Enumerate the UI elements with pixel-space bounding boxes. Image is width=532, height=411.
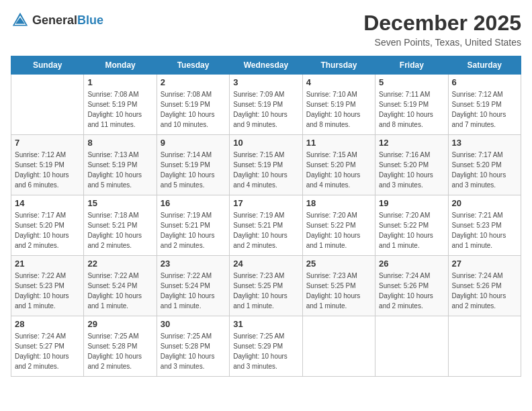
month-title: December 2025 (363, 11, 521, 36)
calendar-cell: 26Sunrise: 7:24 AMSunset: 5:26 PMDayligh… (375, 256, 448, 316)
page-header: GeneralBlue December 2025 Seven Points, … (11, 11, 521, 48)
day-number: 17 (233, 198, 298, 208)
day-number: 19 (379, 198, 444, 208)
day-number: 2 (161, 77, 226, 87)
calendar-cell (302, 316, 375, 377)
calendar-cell (375, 316, 448, 377)
day-sun-info: Sunrise: 7:22 AMSunset: 5:23 PMDaylight:… (15, 271, 80, 311)
calendar-cell: 1Sunrise: 7:08 AMSunset: 5:19 PMDaylight… (84, 75, 157, 135)
day-number: 22 (87, 259, 152, 269)
day-sun-info: Sunrise: 7:25 AMSunset: 5:29 PMDaylight:… (233, 331, 298, 371)
calendar-cell: 16Sunrise: 7:19 AMSunset: 5:21 PMDayligh… (157, 195, 229, 256)
day-sun-info: Sunrise: 7:24 AMSunset: 5:26 PMDaylight:… (379, 271, 444, 311)
day-sun-info: Sunrise: 7:19 AMSunset: 5:21 PMDaylight:… (233, 210, 298, 250)
day-number: 4 (306, 77, 371, 87)
title-block: December 2025 Seven Points, Texas, Unite… (363, 11, 521, 48)
day-sun-info: Sunrise: 7:17 AMSunset: 5:20 PMDaylight:… (15, 210, 80, 250)
calendar-cell: 8Sunrise: 7:13 AMSunset: 5:19 PMDaylight… (84, 135, 157, 195)
calendar-cell (11, 75, 84, 135)
day-sun-info: Sunrise: 7:15 AMSunset: 5:20 PMDaylight:… (306, 150, 371, 190)
day-number: 21 (15, 259, 80, 269)
calendar-cell: 2Sunrise: 7:08 AMSunset: 5:19 PMDaylight… (157, 75, 229, 135)
calendar-cell: 11Sunrise: 7:15 AMSunset: 5:20 PMDayligh… (302, 135, 375, 195)
day-sun-info: Sunrise: 7:16 AMSunset: 5:20 PMDaylight:… (379, 150, 444, 190)
location: Seven Points, Texas, United States (363, 37, 521, 48)
day-sun-info: Sunrise: 7:17 AMSunset: 5:20 PMDaylight:… (452, 150, 517, 190)
weekday-header-friday: Friday (375, 56, 448, 75)
calendar-cell: 18Sunrise: 7:20 AMSunset: 5:22 PMDayligh… (302, 195, 375, 256)
weekday-header-tuesday: Tuesday (157, 56, 229, 75)
day-number: 10 (233, 138, 298, 148)
calendar-cell: 27Sunrise: 7:24 AMSunset: 5:26 PMDayligh… (448, 256, 521, 316)
week-row-4: 28Sunrise: 7:24 AMSunset: 5:27 PMDayligh… (11, 316, 521, 377)
calendar-cell: 15Sunrise: 7:18 AMSunset: 5:21 PMDayligh… (84, 195, 157, 256)
day-number: 23 (161, 259, 226, 269)
calendar-cell: 13Sunrise: 7:17 AMSunset: 5:20 PMDayligh… (448, 135, 521, 195)
day-sun-info: Sunrise: 7:09 AMSunset: 5:19 PMDaylight:… (233, 89, 298, 130)
day-number: 11 (306, 138, 371, 148)
calendar-cell: 12Sunrise: 7:16 AMSunset: 5:20 PMDayligh… (375, 135, 448, 195)
calendar-cell: 3Sunrise: 7:09 AMSunset: 5:19 PMDaylight… (230, 75, 302, 135)
calendar-cell: 30Sunrise: 7:25 AMSunset: 5:28 PMDayligh… (157, 316, 229, 377)
week-row-0: 1Sunrise: 7:08 AMSunset: 5:19 PMDaylight… (11, 75, 521, 135)
calendar-cell: 25Sunrise: 7:23 AMSunset: 5:25 PMDayligh… (302, 256, 375, 316)
calendar-cell: 7Sunrise: 7:12 AMSunset: 5:19 PMDaylight… (11, 135, 84, 195)
day-number: 13 (452, 138, 517, 148)
calendar-cell: 21Sunrise: 7:22 AMSunset: 5:23 PMDayligh… (11, 256, 84, 316)
day-sun-info: Sunrise: 7:25 AMSunset: 5:28 PMDaylight:… (87, 331, 152, 371)
calendar-cell: 28Sunrise: 7:24 AMSunset: 5:27 PMDayligh… (11, 316, 84, 377)
day-sun-info: Sunrise: 7:08 AMSunset: 5:19 PMDaylight:… (87, 89, 152, 130)
day-number: 14 (15, 198, 80, 208)
day-sun-info: Sunrise: 7:13 AMSunset: 5:19 PMDaylight:… (87, 150, 152, 190)
day-sun-info: Sunrise: 7:25 AMSunset: 5:28 PMDaylight:… (161, 331, 226, 371)
day-number: 28 (15, 319, 80, 329)
day-number: 29 (87, 319, 152, 329)
weekday-header-sunday: Sunday (11, 56, 84, 75)
day-number: 1 (87, 77, 152, 87)
day-sun-info: Sunrise: 7:20 AMSunset: 5:22 PMDaylight:… (306, 210, 371, 250)
logo-text-blue: Blue (77, 13, 103, 27)
day-number: 26 (379, 259, 444, 269)
day-number: 12 (379, 138, 444, 148)
weekday-header-row: SundayMondayTuesdayWednesdayThursdayFrid… (11, 56, 521, 75)
day-number: 6 (452, 77, 517, 87)
calendar-cell: 17Sunrise: 7:19 AMSunset: 5:21 PMDayligh… (230, 195, 302, 256)
calendar-cell: 20Sunrise: 7:21 AMSunset: 5:23 PMDayligh… (448, 195, 521, 256)
calendar-cell: 22Sunrise: 7:22 AMSunset: 5:24 PMDayligh… (84, 256, 157, 316)
weekday-header-wednesday: Wednesday (230, 56, 302, 75)
day-number: 20 (452, 198, 517, 208)
calendar-body: 1Sunrise: 7:08 AMSunset: 5:19 PMDaylight… (11, 75, 521, 377)
day-sun-info: Sunrise: 7:24 AMSunset: 5:26 PMDaylight:… (452, 271, 517, 311)
day-number: 18 (306, 198, 371, 208)
day-number: 3 (233, 77, 298, 87)
day-sun-info: Sunrise: 7:23 AMSunset: 5:25 PMDaylight:… (306, 271, 371, 311)
weekday-header-thursday: Thursday (302, 56, 375, 75)
calendar-cell: 5Sunrise: 7:11 AMSunset: 5:19 PMDaylight… (375, 75, 448, 135)
day-sun-info: Sunrise: 7:08 AMSunset: 5:19 PMDaylight:… (161, 89, 226, 130)
day-number: 24 (233, 259, 298, 269)
day-number: 7 (15, 138, 80, 148)
calendar-cell: 10Sunrise: 7:15 AMSunset: 5:19 PMDayligh… (230, 135, 302, 195)
day-sun-info: Sunrise: 7:20 AMSunset: 5:22 PMDaylight:… (379, 210, 444, 250)
day-number: 15 (87, 198, 152, 208)
calendar-header: SundayMondayTuesdayWednesdayThursdayFrid… (11, 56, 521, 75)
day-number: 8 (87, 138, 152, 148)
day-sun-info: Sunrise: 7:15 AMSunset: 5:19 PMDaylight:… (233, 150, 298, 190)
day-number: 16 (161, 198, 226, 208)
logo: GeneralBlue (11, 11, 103, 30)
day-sun-info: Sunrise: 7:23 AMSunset: 5:25 PMDaylight:… (233, 271, 298, 311)
calendar-cell: 24Sunrise: 7:23 AMSunset: 5:25 PMDayligh… (230, 256, 302, 316)
calendar-cell: 19Sunrise: 7:20 AMSunset: 5:22 PMDayligh… (375, 195, 448, 256)
calendar-cell: 29Sunrise: 7:25 AMSunset: 5:28 PMDayligh… (84, 316, 157, 377)
day-number: 30 (161, 319, 226, 329)
week-row-3: 21Sunrise: 7:22 AMSunset: 5:23 PMDayligh… (11, 256, 521, 316)
day-sun-info: Sunrise: 7:21 AMSunset: 5:23 PMDaylight:… (452, 210, 517, 250)
day-sun-info: Sunrise: 7:18 AMSunset: 5:21 PMDaylight:… (87, 210, 152, 250)
day-sun-info: Sunrise: 7:24 AMSunset: 5:27 PMDaylight:… (15, 331, 80, 371)
calendar-cell: 4Sunrise: 7:10 AMSunset: 5:19 PMDaylight… (302, 75, 375, 135)
day-number: 25 (306, 259, 371, 269)
calendar-cell: 6Sunrise: 7:12 AMSunset: 5:19 PMDaylight… (448, 75, 521, 135)
day-sun-info: Sunrise: 7:12 AMSunset: 5:19 PMDaylight:… (15, 150, 80, 190)
day-sun-info: Sunrise: 7:19 AMSunset: 5:21 PMDaylight:… (161, 210, 226, 250)
weekday-header-saturday: Saturday (448, 56, 521, 75)
